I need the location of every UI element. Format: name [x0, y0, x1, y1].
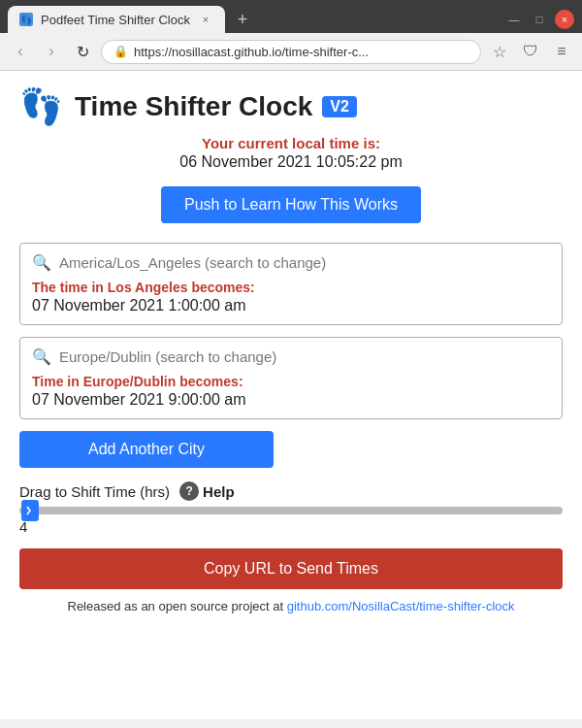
close-button[interactable]: ×	[555, 10, 574, 29]
city-time-label: Time in Europe/Dublin becomes:	[32, 374, 550, 389]
slider-label: Drag to Shift Time (hrs)	[19, 483, 170, 500]
city-time-value: 07 November 2021 9:00:00 am	[32, 391, 550, 409]
tab-favicon: 👣	[19, 13, 33, 26]
back-button[interactable]: ‹	[8, 39, 33, 64]
refresh-button[interactable]: ↻	[70, 39, 95, 64]
page-content: 👣 Time Shifter Clock V2 Your current loc…	[0, 71, 582, 719]
add-city-button[interactable]: Add Another City	[19, 431, 274, 468]
city-card-1: 🔍 Time in Europe/Dublin becomes: 07 Nove…	[19, 337, 563, 419]
slider-value: 4	[19, 518, 563, 535]
browser-chrome: 👣 Podfeet Time Shifter Clock × + — □ × ‹…	[0, 0, 582, 71]
browser-tab[interactable]: 👣 Podfeet Time Shifter Clock ×	[8, 6, 225, 33]
local-time-label: Your current local time is:	[19, 135, 563, 151]
copy-url-button[interactable]: Copy URL to Send Times	[19, 548, 563, 589]
city-input[interactable]	[59, 348, 550, 365]
app-logo: 👣	[19, 86, 63, 127]
help-label: Help	[203, 483, 235, 500]
help-icon: ?	[179, 481, 199, 501]
city-search-row: 🔍	[32, 347, 550, 366]
footer: Released as an open source project at gi…	[19, 599, 563, 613]
app-title: Time Shifter Clock	[75, 91, 312, 122]
version-badge: V2	[322, 96, 357, 117]
city-cards: 🔍 The time in Los Angeles becomes: 07 No…	[19, 243, 563, 419]
minimize-button[interactable]: —	[504, 13, 524, 26]
slider-section: Drag to Shift Time (hrs) ? Help 4	[19, 481, 563, 535]
footer-text: Released as an open source project at	[68, 599, 287, 613]
address-url: https://nosillacast.github.io/time-shift…	[134, 45, 369, 59]
security-icon: 🔒	[113, 45, 128, 58]
help-button[interactable]: ? Help	[179, 481, 235, 501]
app-header: 👣 Time Shifter Clock V2	[19, 86, 563, 127]
window-controls: — □ ×	[504, 10, 574, 29]
city-card-0: 🔍 The time in Los Angeles becomes: 07 No…	[19, 243, 563, 325]
forward-button[interactable]: ›	[39, 39, 64, 64]
footer-link[interactable]: github.com/NosillaCast/time-shifter-cloc…	[287, 599, 515, 613]
learn-button[interactable]: Push to Learn How This Works	[161, 186, 421, 223]
address-bar[interactable]: 🔒 https://nosillacast.github.io/time-shi…	[101, 40, 481, 64]
tab-close-button[interactable]: ×	[198, 12, 213, 27]
city-time-label: The time in Los Angeles becomes:	[32, 280, 550, 295]
title-block: Time Shifter Clock V2	[75, 91, 357, 122]
city-input[interactable]	[59, 254, 550, 271]
search-icon: 🔍	[32, 347, 51, 366]
local-time-value: 06 November 2021 10:05:22 pm	[19, 153, 563, 171]
city-search-row: 🔍	[32, 253, 550, 272]
shield-button[interactable]: 🛡	[518, 39, 543, 64]
nav-bar: ‹ › ↻ 🔒 https://nosillacast.github.io/ti…	[0, 33, 582, 71]
slider-label-row: Drag to Shift Time (hrs) ? Help	[19, 481, 563, 501]
new-tab-button[interactable]: +	[229, 6, 256, 33]
tab-title: Podfeet Time Shifter Clock	[41, 13, 190, 27]
title-bar: 👣 Podfeet Time Shifter Clock × + — □ ×	[0, 0, 582, 33]
city-time-value: 07 November 2021 1:00:00 am	[32, 297, 550, 314]
maximize-button[interactable]: □	[530, 13, 549, 26]
slider-thumb[interactable]	[21, 500, 39, 521]
bookmark-button[interactable]: ☆	[487, 39, 512, 64]
menu-button[interactable]: ≡	[549, 39, 574, 64]
slider-track[interactable]	[19, 507, 563, 514]
search-icon: 🔍	[32, 253, 51, 272]
